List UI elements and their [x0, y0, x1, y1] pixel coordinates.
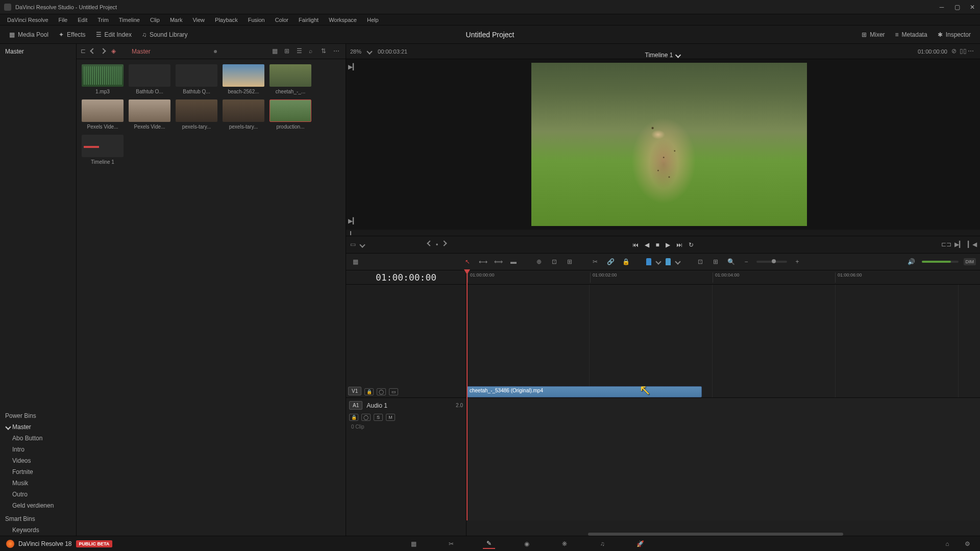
- dynamic-trim-icon[interactable]: ⟺: [493, 257, 503, 267]
- view-metadata-icon[interactable]: ▦: [272, 47, 280, 56]
- chevron-down-icon[interactable]: [359, 242, 365, 247]
- timeline-view-icon[interactable]: ▦: [350, 257, 360, 267]
- media-item[interactable]: pexels-tary...: [176, 99, 217, 130]
- edit-index-toggle[interactable]: ☰ Edit Index: [91, 29, 137, 40]
- page-deliver[interactable]: 🚀: [634, 539, 646, 549]
- goto-last-icon[interactable]: ⏭: [676, 241, 682, 248]
- view-list-icon[interactable]: ☰: [297, 47, 305, 56]
- settings-icon[interactable]: ⚙: [962, 539, 974, 549]
- replace-clip-icon[interactable]: ⊞: [565, 257, 575, 267]
- bin-abo-button[interactable]: Abo Button: [0, 433, 76, 444]
- bin-geld-verdienen[interactable]: Geld verdienen: [0, 500, 76, 511]
- lock-icon[interactable]: 🔒: [621, 257, 631, 267]
- metadata-toggle[interactable]: ≡ Metadata: [890, 29, 933, 40]
- menu-color[interactable]: Color: [270, 16, 293, 24]
- close-button[interactable]: ✕: [969, 4, 976, 11]
- viewer-display[interactable]: [358, 59, 980, 230]
- dim-button[interactable]: DIM: [964, 258, 976, 265]
- go-out-icon[interactable]: ▎◀: [968, 241, 976, 249]
- viewer-more-icon[interactable]: ⋯: [968, 47, 976, 56]
- loop-icon[interactable]: ↻: [689, 241, 694, 248]
- bin-keywords[interactable]: Keywords: [0, 524, 76, 536]
- menu-workspace[interactable]: Workspace: [324, 16, 362, 24]
- track-v1-lane[interactable]: cheetah_-_53486 (Original).mp4 ↖: [467, 285, 980, 398]
- track-a1-tag[interactable]: A1: [349, 401, 362, 410]
- inspector-toggle[interactable]: ✱ Inspector: [933, 29, 976, 40]
- minimize-button[interactable]: ─: [938, 4, 945, 11]
- search-icon[interactable]: ⌕: [309, 47, 317, 56]
- nav-fwd-icon[interactable]: [101, 47, 109, 56]
- media-item[interactable]: cheetah_-_...: [270, 64, 311, 94]
- page-fairlight[interactable]: ♫: [596, 539, 608, 549]
- bin-intro[interactable]: Intro: [0, 444, 76, 455]
- media-item[interactable]: Bathtub O...: [129, 64, 170, 94]
- chevron-down-icon[interactable]: [675, 259, 680, 264]
- zoom-full-icon[interactable]: ⊡: [695, 257, 705, 267]
- next-edit-icon[interactable]: [442, 240, 447, 246]
- page-media[interactable]: ▦: [407, 539, 420, 549]
- media-item[interactable]: beach-2562...: [223, 64, 264, 94]
- overwrite-clip-icon[interactable]: ⊡: [549, 257, 559, 267]
- media-item[interactable]: Pexels Vide...: [82, 99, 124, 130]
- media-item[interactable]: pexels-tary...: [223, 99, 264, 130]
- media-pool-toggle[interactable]: ▦ Media Pool: [4, 29, 54, 40]
- sidebar-toggle-icon[interactable]: ⊏: [81, 47, 89, 56]
- track-lock-icon[interactable]: 🔒: [364, 388, 374, 395]
- media-item[interactable]: 1.mp3: [82, 64, 124, 94]
- zoom-out-icon[interactable]: −: [741, 257, 751, 267]
- bin-root[interactable]: Master: [0, 44, 76, 59]
- selection-tool-icon[interactable]: ↖: [462, 257, 473, 267]
- zoom-in-icon[interactable]: +: [792, 257, 802, 267]
- track-a1-solo[interactable]: S: [374, 414, 383, 421]
- dual-viewer-icon[interactable]: ▯▯: [960, 47, 968, 56]
- track-a1-mute[interactable]: M: [386, 414, 395, 421]
- zoom-detail-icon[interactable]: ⊞: [710, 257, 721, 267]
- range-mode-icon[interactable]: ▭: [350, 241, 358, 249]
- path-icon[interactable]: ◈: [111, 47, 119, 56]
- nav-back-icon[interactable]: [91, 47, 99, 56]
- menu-davinci[interactable]: DaVinci Resolve: [2, 16, 54, 24]
- timeline-scrollbar[interactable]: [588, 533, 843, 536]
- flag-marker-icon[interactable]: [646, 258, 651, 265]
- track-a1-auto-icon[interactable]: ◯: [361, 414, 371, 421]
- chevron-down-icon[interactable]: [655, 259, 661, 264]
- menu-fairlight[interactable]: Fairlight: [293, 16, 324, 24]
- blade-tool-icon[interactable]: ▬: [508, 257, 519, 267]
- view-thumb-icon[interactable]: ⊞: [284, 47, 292, 56]
- marker-icon[interactable]: [666, 258, 671, 265]
- track-v1-header[interactable]: V1 🔒 ◯ ▭: [346, 285, 466, 398]
- media-item[interactable]: Bathtub Q...: [176, 64, 217, 94]
- viewer-title[interactable]: Timeline 1: [645, 52, 680, 59]
- menu-fusion[interactable]: Fusion: [243, 16, 270, 24]
- breadcrumb[interactable]: Master: [132, 48, 151, 55]
- page-fusion[interactable]: ◉: [521, 539, 533, 549]
- bin-fortnite[interactable]: Fortnite: [0, 466, 76, 478]
- zoom-slider[interactable]: [756, 261, 787, 263]
- link-icon[interactable]: 🔗: [605, 257, 616, 267]
- in-out-icon[interactable]: ⊏⊐: [941, 241, 949, 249]
- bin-videos[interactable]: Videos: [0, 455, 76, 466]
- power-bin-master[interactable]: Master: [0, 421, 76, 433]
- track-v1-tag[interactable]: V1: [348, 387, 361, 395]
- jump-end-icon[interactable]: ▶▎: [348, 217, 356, 226]
- viewer-zoom[interactable]: 28%: [350, 48, 361, 55]
- track-a1-lock-icon[interactable]: 🔒: [349, 414, 358, 421]
- menu-help[interactable]: Help: [362, 16, 384, 24]
- trim-tool-icon[interactable]: ⟷: [478, 257, 488, 267]
- timeline-timecode[interactable]: 01:00:00:00: [346, 270, 467, 284]
- zoom-custom-icon[interactable]: 🔍: [726, 257, 736, 267]
- chevron-down-icon[interactable]: [366, 48, 372, 54]
- bypass-icon[interactable]: ⊘: [951, 47, 960, 56]
- page-edit[interactable]: ✎: [483, 539, 495, 549]
- timeline-ruler[interactable]: 01:00:00:00 01:00:02:00 01:00:04:00 01:0…: [467, 270, 980, 284]
- page-color[interactable]: ❋: [558, 539, 571, 549]
- track-a1-header[interactable]: A1 Audio 1 2.0 🔒 ◯ S M 0 Clip: [346, 398, 466, 520]
- menu-playback[interactable]: Playback: [210, 16, 243, 24]
- bin-musik[interactable]: Musik: [0, 478, 76, 489]
- media-item[interactable]: Timeline 1: [82, 135, 124, 165]
- play-icon[interactable]: ▶: [666, 241, 670, 248]
- razor-icon[interactable]: ✂: [590, 257, 600, 267]
- match-frame-icon[interactable]: ▶▎: [348, 63, 356, 71]
- menu-mark[interactable]: Mark: [165, 16, 187, 24]
- media-item[interactable]: Pexels Vide...: [129, 99, 170, 130]
